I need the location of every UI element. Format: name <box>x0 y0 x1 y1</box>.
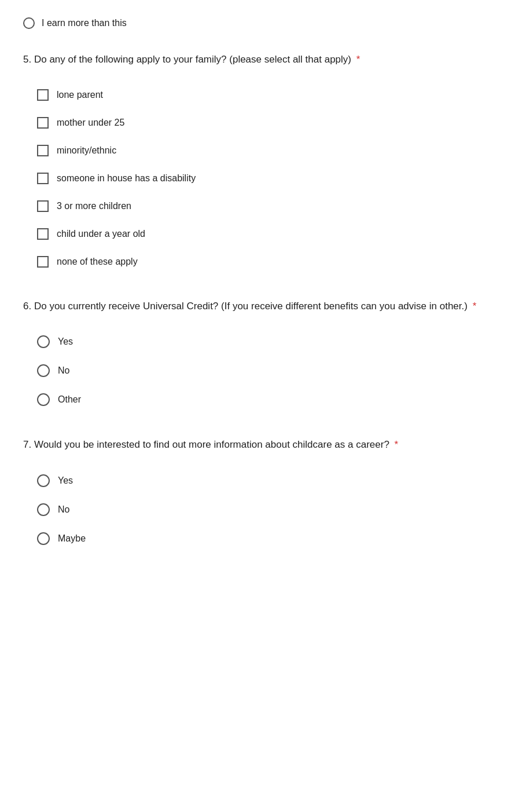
checkbox-three-children-label: 3 or more children <box>57 201 131 211</box>
question-6-number: 6. <box>23 301 31 312</box>
question-6-text: Do you currently receive Universal Credi… <box>34 301 468 312</box>
checkbox-none-apply[interactable]: none of these apply <box>37 248 492 276</box>
checkbox-disability-label: someone in house has a disability <box>57 173 196 184</box>
q6-other-radio[interactable] <box>37 393 50 406</box>
question-5-label: 5. Do any of the following apply to your… <box>23 52 492 67</box>
question-5-number: 5. <box>23 54 31 65</box>
q7-yes-option[interactable]: Yes <box>37 466 492 495</box>
question-7-section: 7. Would you be interested to find out m… <box>23 437 492 553</box>
q6-no-label: No <box>58 365 69 376</box>
q7-maybe-radio[interactable] <box>37 532 50 545</box>
checkbox-none-apply-label: none of these apply <box>57 257 138 267</box>
q6-other-option[interactable]: Other <box>37 385 492 414</box>
checkbox-none-apply-box[interactable] <box>37 256 49 268</box>
q7-no-option[interactable]: No <box>37 495 492 524</box>
q6-other-label: Other <box>58 394 81 405</box>
q7-yes-label: Yes <box>58 476 73 486</box>
checkbox-child-under-year-box[interactable] <box>37 228 49 240</box>
q7-maybe-label: Maybe <box>58 533 86 544</box>
q6-yes-label: Yes <box>58 336 73 347</box>
earn-more-label: I earn more than this <box>42 18 127 28</box>
q6-no-radio[interactable] <box>37 364 50 377</box>
checkbox-child-under-year-label: child under a year old <box>57 229 145 239</box>
checkbox-three-children-box[interactable] <box>37 200 49 212</box>
question-7-text: Would you be interested to find out more… <box>34 439 389 450</box>
question-5-options: lone parent mother under 25 minority/eth… <box>37 81 492 276</box>
question-5-section: 5. Do any of the following apply to your… <box>23 52 492 276</box>
q6-yes-option[interactable]: Yes <box>37 327 492 356</box>
earn-more-option[interactable]: I earn more than this <box>23 12 492 29</box>
checkbox-disability[interactable]: someone in house has a disability <box>37 164 492 192</box>
question-6-section: 6. Do you currently receive Universal Cr… <box>23 299 492 415</box>
question-6-required: * <box>473 301 477 312</box>
checkbox-mother-under-25-box[interactable] <box>37 117 49 129</box>
question-6-label: 6. Do you currently receive Universal Cr… <box>23 299 492 314</box>
question-7-label: 7. Would you be interested to find out m… <box>23 437 492 452</box>
checkbox-minority-ethnic-label: minority/ethnic <box>57 145 116 156</box>
checkbox-three-children[interactable]: 3 or more children <box>37 192 492 220</box>
q6-yes-radio[interactable] <box>37 335 50 348</box>
earn-more-radio[interactable] <box>23 17 35 29</box>
question-5-text: Do any of the following apply to your fa… <box>34 54 351 65</box>
q7-yes-radio[interactable] <box>37 474 50 487</box>
checkbox-disability-box[interactable] <box>37 173 49 184</box>
checkbox-mother-under-25[interactable]: mother under 25 <box>37 109 492 137</box>
q7-maybe-option[interactable]: Maybe <box>37 524 492 553</box>
checkbox-lone-parent[interactable]: lone parent <box>37 81 492 109</box>
question-5-required: * <box>356 54 360 65</box>
q7-no-label: No <box>58 504 69 515</box>
question-6-options: Yes No Other <box>37 327 492 414</box>
checkbox-child-under-year[interactable]: child under a year old <box>37 220 492 248</box>
question-7-number: 7. <box>23 439 31 450</box>
checkbox-lone-parent-box[interactable] <box>37 89 49 101</box>
checkbox-mother-under-25-label: mother under 25 <box>57 118 124 128</box>
question-7-required: * <box>395 439 399 450</box>
checkbox-minority-ethnic-box[interactable] <box>37 145 49 156</box>
q6-no-option[interactable]: No <box>37 356 492 385</box>
checkbox-lone-parent-label: lone parent <box>57 90 103 100</box>
q7-no-radio[interactable] <box>37 503 50 516</box>
checkbox-minority-ethnic[interactable]: minority/ethnic <box>37 137 492 164</box>
question-7-options: Yes No Maybe <box>37 466 492 553</box>
